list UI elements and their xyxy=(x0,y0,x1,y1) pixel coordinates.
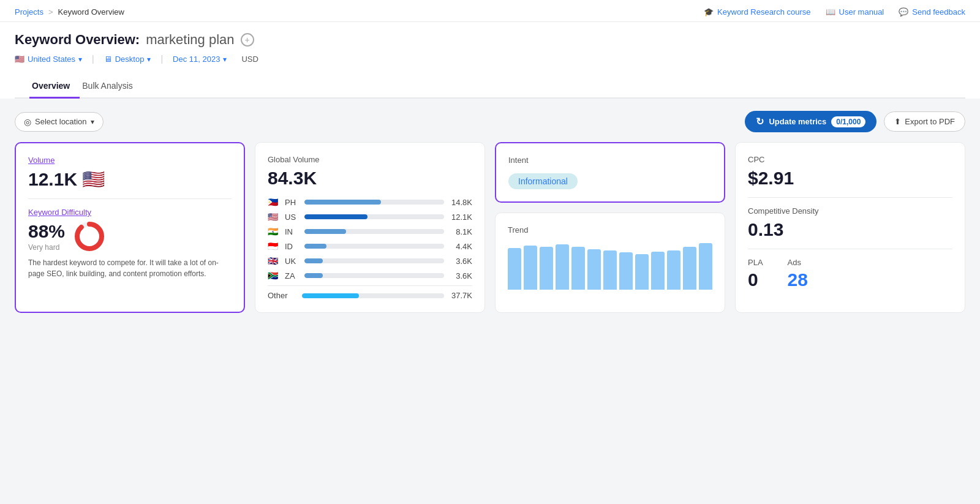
volume-link[interactable]: Volume xyxy=(28,156,55,165)
breadcrumb-current: Keyword Overview xyxy=(58,7,124,17)
kd-link[interactable]: Keyword Difficulty xyxy=(28,208,91,217)
code-us: US xyxy=(285,213,300,222)
tabs-row: Overview Bulk Analysis xyxy=(15,69,965,99)
keyword-research-course-link[interactable]: 🎓 Keyword Research course xyxy=(704,7,810,17)
keyword-name: marketing plan xyxy=(146,32,234,48)
intent-badge: Informational xyxy=(508,173,578,189)
flag-in: 🇮🇳 xyxy=(268,227,280,236)
ads-item: Ads 28 xyxy=(788,258,808,290)
bar-fill-za xyxy=(304,273,323,278)
cpc-value: $2.91 xyxy=(748,168,952,189)
country-row-ph: 🇵🇭 PH 14.8K xyxy=(268,197,472,207)
top-nav: Projects > Keyword Overview 🎓 Keyword Re… xyxy=(0,0,980,22)
country-filter[interactable]: 🇺🇸 United States xyxy=(15,55,82,64)
pla-value: 0 xyxy=(748,269,763,290)
cpc-label: CPC xyxy=(748,155,952,164)
country-name: United States xyxy=(28,55,75,64)
chevron-down-icon xyxy=(78,55,82,64)
date-value: Dec 11, 2023 xyxy=(173,55,220,64)
currency-label: USD xyxy=(241,55,258,64)
course-label: Keyword Research course xyxy=(717,7,810,17)
feedback-label: Send feedback xyxy=(912,7,965,17)
bar-bg-za xyxy=(304,273,444,278)
tab-overview[interactable]: Overview xyxy=(29,76,80,99)
trend-bar-2 xyxy=(524,246,537,290)
code-ph: PH xyxy=(285,198,300,207)
bar-bg-us xyxy=(304,214,444,219)
card-divider-2 xyxy=(748,197,952,198)
chevron-down-icon-3 xyxy=(223,55,227,64)
device-name: Desktop xyxy=(115,55,145,64)
title-prefix: Keyword Overview: xyxy=(15,32,140,48)
val-uk: 3.6K xyxy=(449,257,472,266)
bar-bg-uk xyxy=(304,258,444,263)
trend-bar-13 xyxy=(699,243,712,290)
trend-bar-1 xyxy=(508,248,521,290)
flag-uk: 🇬🇧 xyxy=(268,256,280,266)
volume-value: 12.1K 🇺🇸 xyxy=(28,168,232,190)
volume-card: Volume 12.1K 🇺🇸 Keyword Difficulty 88% V… xyxy=(15,142,245,313)
kd-row: 88% Very hard xyxy=(28,220,232,252)
export-icon: ⬆ xyxy=(894,117,901,126)
trend-bar-12 xyxy=(683,247,696,290)
tab-bulk-analysis[interactable]: Bulk Analysis xyxy=(80,76,142,99)
export-label: Export to PDF xyxy=(905,117,955,126)
val-in: 8.1K xyxy=(449,227,472,236)
chevron-down-icon-2 xyxy=(147,55,151,64)
ads-value: 28 xyxy=(788,269,808,290)
card-divider xyxy=(28,198,232,199)
pla-item: PLA 0 xyxy=(748,258,763,290)
svg-point-1 xyxy=(77,224,102,249)
val-za: 3.6K xyxy=(449,271,472,280)
val-ph: 14.8K xyxy=(449,198,472,207)
pla-label: PLA xyxy=(748,258,763,267)
manual-label: User manual xyxy=(839,7,884,17)
add-keyword-button[interactable]: + xyxy=(241,33,254,47)
feedback-icon: 💬 xyxy=(899,7,908,17)
global-volume-card: Global Volume 84.3K 🇵🇭 PH 14.8K 🇺🇸 US xyxy=(255,142,485,313)
flag-us: 🇺🇸 xyxy=(268,212,280,222)
trend-bar-4 xyxy=(556,244,569,290)
select-location-button[interactable]: Select location xyxy=(15,112,104,132)
kd-label-text: Keyword Difficulty xyxy=(28,208,232,217)
ads-label: Ads xyxy=(788,258,808,267)
cd-label: Competitive Density xyxy=(748,206,952,216)
bar-fill-other xyxy=(302,293,359,298)
code-id: ID xyxy=(285,242,300,251)
trend-card: Trend xyxy=(495,213,725,313)
card-divider-3 xyxy=(748,249,952,249)
bar-bg-other xyxy=(302,293,444,298)
bar-fill-id xyxy=(304,244,326,249)
val-id: 4.4K xyxy=(449,242,472,251)
volume-flag: 🇺🇸 xyxy=(82,168,105,190)
export-button[interactable]: ⬆ Export to PDF xyxy=(884,111,965,132)
user-manual-link[interactable]: 📖 User manual xyxy=(826,7,884,17)
country-flag: 🇺🇸 xyxy=(15,55,24,64)
filter-separator-2: | xyxy=(160,54,163,64)
bar-fill-ph xyxy=(304,200,381,205)
global-volume-value: 84.3K xyxy=(268,168,472,189)
device-filter[interactable]: 🖥 Desktop xyxy=(104,55,151,64)
bar-bg-in xyxy=(304,229,444,234)
top-nav-links: 🎓 Keyword Research course 📖 User manual … xyxy=(704,7,965,17)
update-metrics-label: Update metrics xyxy=(769,117,826,126)
bar-bg-id xyxy=(304,244,444,249)
breadcrumb: Projects > Keyword Overview xyxy=(15,7,124,17)
cards-grid: Volume 12.1K 🇺🇸 Keyword Difficulty 88% V… xyxy=(15,142,965,313)
send-feedback-link[interactable]: 💬 Send feedback xyxy=(899,7,965,17)
other-label: Other xyxy=(268,291,297,300)
update-metrics-button[interactable]: Update metrics 0/1,000 xyxy=(745,111,876,132)
volume-label: Volume xyxy=(28,156,232,165)
controls-right: Update metrics 0/1,000 ⬆ Export to PDF xyxy=(745,111,965,132)
location-icon xyxy=(24,117,31,127)
country-row-za: 🇿🇦 ZA 3.6K xyxy=(268,271,472,280)
bar-fill-us xyxy=(304,214,368,219)
date-filter[interactable]: Dec 11, 2023 xyxy=(173,55,227,64)
trend-label: Trend xyxy=(508,225,712,235)
val-us: 12.1K xyxy=(449,213,472,222)
metrics-count-badge: 0/1,000 xyxy=(831,116,865,127)
breadcrumb-projects[interactable]: Projects xyxy=(15,7,43,17)
trend-bars xyxy=(508,241,712,290)
controls-row: Select location Update metrics 0/1,000 ⬆… xyxy=(15,111,965,132)
bar-bg-ph xyxy=(304,200,444,205)
